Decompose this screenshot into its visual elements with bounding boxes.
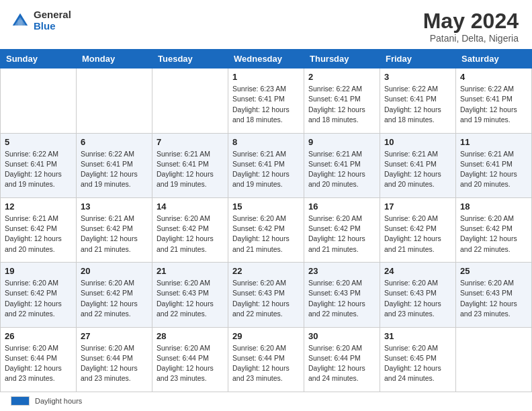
calendar-table: SundayMondayTuesdayWednesdayThursdayFrid… xyxy=(0,49,532,392)
legend-label: Daylight hours xyxy=(35,397,82,405)
day-number: 24 xyxy=(384,266,451,276)
calendar-cell: 20Sunrise: 6:20 AM Sunset: 6:42 PM Dayli… xyxy=(77,263,152,327)
day-number: 23 xyxy=(308,266,375,276)
day-info: Sunrise: 6:21 AM Sunset: 6:41 PM Dayligh… xyxy=(384,149,451,190)
calendar-cell: 22Sunrise: 6:20 AM Sunset: 6:43 PM Dayli… xyxy=(228,263,304,327)
day-number: 10 xyxy=(384,137,451,147)
calendar-cell: 23Sunrise: 6:20 AM Sunset: 6:43 PM Dayli… xyxy=(304,263,380,327)
logo: General Blue xyxy=(11,9,71,32)
calendar-cell: 31Sunrise: 6:20 AM Sunset: 6:45 PM Dayli… xyxy=(380,327,456,392)
day-number: 19 xyxy=(5,266,72,276)
day-number: 2 xyxy=(308,72,375,82)
calendar-cell: 8Sunrise: 6:21 AM Sunset: 6:41 PM Daylig… xyxy=(228,133,304,197)
week-row-2: 5Sunrise: 6:22 AM Sunset: 6:41 PM Daylig… xyxy=(1,133,532,197)
calendar-cell: 10Sunrise: 6:21 AM Sunset: 6:41 PM Dayli… xyxy=(380,133,456,197)
day-info: Sunrise: 6:22 AM Sunset: 6:41 PM Dayligh… xyxy=(460,84,527,125)
calendar-cell xyxy=(456,327,532,392)
week-row-4: 19Sunrise: 6:20 AM Sunset: 6:42 PM Dayli… xyxy=(1,263,532,327)
day-number: 9 xyxy=(308,137,375,147)
day-number: 14 xyxy=(157,201,224,212)
month-title: May 2024 xyxy=(423,9,519,33)
day-info: Sunrise: 6:21 AM Sunset: 6:41 PM Dayligh… xyxy=(232,149,300,190)
day-number: 3 xyxy=(384,72,451,82)
day-number: 5 xyxy=(5,137,72,147)
day-info: Sunrise: 6:20 AM Sunset: 6:42 PM Dayligh… xyxy=(5,278,72,319)
day-number: 27 xyxy=(81,331,148,341)
day-info: Sunrise: 6:22 AM Sunset: 6:41 PM Dayligh… xyxy=(308,84,375,125)
col-header-tuesday: Tuesday xyxy=(152,50,228,68)
title-block: May 2024 Patani, Delta, Nigeria xyxy=(423,9,519,44)
calendar-cell: 25Sunrise: 6:20 AM Sunset: 6:43 PM Dayli… xyxy=(456,263,532,327)
day-number: 13 xyxy=(81,201,148,212)
calendar-cell: 28Sunrise: 6:20 AM Sunset: 6:44 PM Dayli… xyxy=(152,327,228,392)
day-info: Sunrise: 6:20 AM Sunset: 6:44 PM Dayligh… xyxy=(5,343,72,384)
col-header-wednesday: Wednesday xyxy=(228,50,304,68)
calendar-cell: 19Sunrise: 6:20 AM Sunset: 6:42 PM Dayli… xyxy=(1,263,77,327)
week-row-5: 26Sunrise: 6:20 AM Sunset: 6:44 PM Dayli… xyxy=(1,327,532,392)
day-info: Sunrise: 6:20 AM Sunset: 6:45 PM Dayligh… xyxy=(384,343,451,384)
day-number: 8 xyxy=(232,137,300,147)
week-row-3: 12Sunrise: 6:21 AM Sunset: 6:42 PM Dayli… xyxy=(1,197,532,262)
day-number: 15 xyxy=(232,201,300,212)
col-header-monday: Monday xyxy=(77,50,152,68)
col-header-thursday: Thursday xyxy=(304,50,380,68)
calendar-cell: 2Sunrise: 6:22 AM Sunset: 6:41 PM Daylig… xyxy=(304,68,380,133)
day-info: Sunrise: 6:20 AM Sunset: 6:43 PM Dayligh… xyxy=(308,278,375,319)
day-info: Sunrise: 6:20 AM Sunset: 6:42 PM Dayligh… xyxy=(157,214,224,255)
day-info: Sunrise: 6:20 AM Sunset: 6:44 PM Dayligh… xyxy=(232,343,300,384)
day-number: 21 xyxy=(157,266,224,276)
calendar-cell xyxy=(77,68,152,133)
calendar-cell: 21Sunrise: 6:20 AM Sunset: 6:43 PM Dayli… xyxy=(152,263,228,327)
day-info: Sunrise: 6:21 AM Sunset: 6:42 PM Dayligh… xyxy=(5,214,72,255)
day-number: 6 xyxy=(81,137,148,147)
day-info: Sunrise: 6:20 AM Sunset: 6:43 PM Dayligh… xyxy=(460,278,527,319)
day-info: Sunrise: 6:20 AM Sunset: 6:42 PM Dayligh… xyxy=(308,214,375,255)
day-info: Sunrise: 6:20 AM Sunset: 6:44 PM Dayligh… xyxy=(81,343,148,384)
col-header-sunday: Sunday xyxy=(1,50,77,68)
calendar-cell: 27Sunrise: 6:20 AM Sunset: 6:44 PM Dayli… xyxy=(77,327,152,392)
calendar-cell: 13Sunrise: 6:21 AM Sunset: 6:42 PM Dayli… xyxy=(77,197,152,262)
day-number: 26 xyxy=(5,331,72,341)
col-header-friday: Friday xyxy=(380,50,456,68)
day-number: 28 xyxy=(157,331,224,341)
day-info: Sunrise: 6:21 AM Sunset: 6:41 PM Dayligh… xyxy=(157,149,224,190)
day-number: 17 xyxy=(384,201,451,212)
calendar-cell xyxy=(152,68,228,133)
calendar-cell: 9Sunrise: 6:21 AM Sunset: 6:41 PM Daylig… xyxy=(304,133,380,197)
day-number: 7 xyxy=(157,137,224,147)
day-info: Sunrise: 6:20 AM Sunset: 6:44 PM Dayligh… xyxy=(157,343,224,384)
day-number: 1 xyxy=(232,72,300,82)
legend-swatch xyxy=(11,396,30,406)
col-header-saturday: Saturday xyxy=(456,50,532,68)
calendar-cell: 12Sunrise: 6:21 AM Sunset: 6:42 PM Dayli… xyxy=(1,197,77,262)
footer: Daylight hours xyxy=(0,392,532,411)
calendar-cell: 7Sunrise: 6:21 AM Sunset: 6:41 PM Daylig… xyxy=(152,133,228,197)
day-info: Sunrise: 6:22 AM Sunset: 6:41 PM Dayligh… xyxy=(384,84,451,125)
day-number: 18 xyxy=(460,201,527,212)
day-info: Sunrise: 6:20 AM Sunset: 6:43 PM Dayligh… xyxy=(232,278,300,319)
calendar-cell: 18Sunrise: 6:20 AM Sunset: 6:42 PM Dayli… xyxy=(456,197,532,262)
header: General Blue May 2024 Patani, Delta, Nig… xyxy=(0,0,532,49)
day-number: 31 xyxy=(384,331,451,341)
calendar-cell: 30Sunrise: 6:20 AM Sunset: 6:44 PM Dayli… xyxy=(304,327,380,392)
logo-blue-text: Blue xyxy=(34,21,71,32)
day-number: 16 xyxy=(308,201,375,212)
calendar-cell: 17Sunrise: 6:20 AM Sunset: 6:42 PM Dayli… xyxy=(380,197,456,262)
day-info: Sunrise: 6:20 AM Sunset: 6:43 PM Dayligh… xyxy=(157,278,224,319)
day-info: Sunrise: 6:20 AM Sunset: 6:43 PM Dayligh… xyxy=(384,278,451,319)
day-info: Sunrise: 6:20 AM Sunset: 6:44 PM Dayligh… xyxy=(308,343,375,384)
day-number: 12 xyxy=(5,201,72,212)
calendar-cell: 1Sunrise: 6:23 AM Sunset: 6:41 PM Daylig… xyxy=(228,68,304,133)
day-number: 20 xyxy=(81,266,148,276)
day-number: 22 xyxy=(232,266,300,276)
day-info: Sunrise: 6:20 AM Sunset: 6:42 PM Dayligh… xyxy=(460,214,527,255)
calendar-cell: 26Sunrise: 6:20 AM Sunset: 6:44 PM Dayli… xyxy=(1,327,77,392)
calendar-cell: 16Sunrise: 6:20 AM Sunset: 6:42 PM Dayli… xyxy=(304,197,380,262)
day-info: Sunrise: 6:23 AM Sunset: 6:41 PM Dayligh… xyxy=(232,84,300,125)
day-info: Sunrise: 6:20 AM Sunset: 6:42 PM Dayligh… xyxy=(384,214,451,255)
calendar-cell: 5Sunrise: 6:22 AM Sunset: 6:41 PM Daylig… xyxy=(1,133,77,197)
page: General Blue May 2024 Patani, Delta, Nig… xyxy=(0,0,532,411)
day-number: 30 xyxy=(308,331,375,341)
svg-rect-2 xyxy=(18,19,23,25)
day-info: Sunrise: 6:22 AM Sunset: 6:41 PM Dayligh… xyxy=(81,149,148,190)
